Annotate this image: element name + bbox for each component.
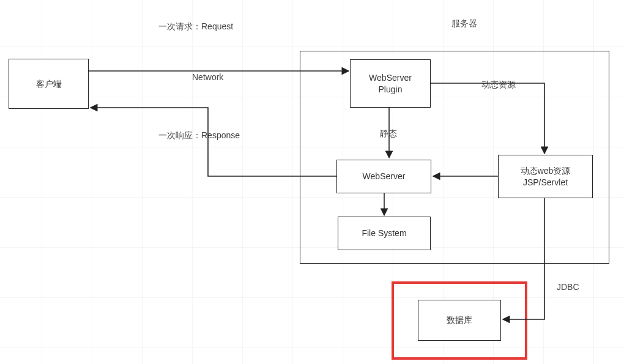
client-box: 客户端 <box>9 59 89 109</box>
static-label: 静态 <box>380 128 397 139</box>
database-label: 数据库 <box>447 314 472 325</box>
request-title: 一次请求：Request <box>158 21 233 32</box>
webserver-label: WebServer <box>363 171 406 182</box>
webserver-box: WebServer <box>336 160 431 193</box>
webserver-plugin-line2: Plugin <box>369 84 412 95</box>
response-label: 一次响应：Response <box>158 130 240 141</box>
client-label: 客户端 <box>36 78 62 89</box>
filesystem-label: File System <box>362 228 406 239</box>
server-title: 服务器 <box>451 18 477 29</box>
network-label: Network <box>192 72 223 82</box>
filesystem-box: File System <box>338 217 431 250</box>
jdbc-label: JDBC <box>557 282 579 292</box>
dynamic-web-line1: 动态web资源 <box>521 165 571 176</box>
webserver-plugin-box: WebServer Plugin <box>350 59 431 108</box>
dynamic-web-box: 动态web资源 JSP/Servlet <box>498 155 593 198</box>
webserver-plugin-line1: WebServer <box>369 72 412 83</box>
dynamic-web-line2: JSP/Servlet <box>521 177 571 188</box>
dynamic-resource-label: 动态资源 <box>481 80 516 91</box>
database-box: 数据库 <box>418 300 501 341</box>
